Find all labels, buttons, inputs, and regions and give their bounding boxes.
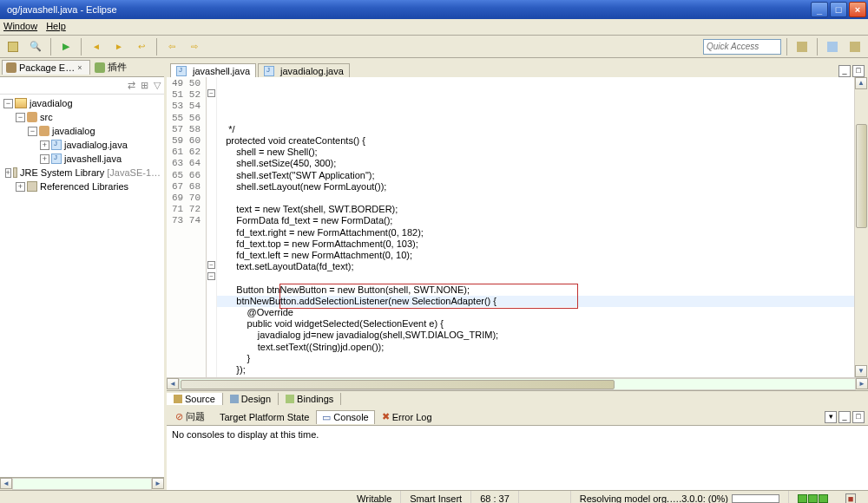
menu-help[interactable]: Help — [46, 21, 66, 33]
menu-bar: Window Help — [0, 19, 868, 36]
close-icon[interactable]: × — [77, 63, 86, 72]
tab-bindings[interactable]: Bindings — [279, 393, 341, 405]
nav-back2-button[interactable]: ⇦ — [162, 37, 181, 56]
java-file-icon — [176, 66, 187, 76]
progress-bar — [732, 494, 779, 503]
window-title: og/javashell.java - Eclipse — [7, 4, 117, 15]
minimize-view-button[interactable]: _ — [838, 411, 851, 423]
design-icon — [230, 395, 239, 403]
scroll-left-button[interactable]: ◄ — [0, 478, 12, 489]
tab-target-platform[interactable]: Target Platform State — [212, 411, 314, 423]
open-type-button[interactable] — [3, 37, 23, 56]
window-close-button[interactable]: × — [849, 2, 866, 17]
plugins-icon — [95, 62, 105, 73]
minimize-button[interactable]: _ — [811, 2, 828, 17]
editor-tab-javadialog[interactable]: javadialog.java — [258, 63, 350, 78]
menu-window[interactable]: Window — [3, 21, 37, 33]
editor-tab-javashell[interactable]: javashell.java — [170, 63, 256, 78]
fold-marker[interactable]: − — [207, 261, 215, 269]
battery-indicator — [789, 491, 837, 503]
external-tools-button[interactable]: ▶ — [56, 37, 76, 56]
source-icon — [174, 395, 182, 403]
library-icon — [27, 181, 37, 192]
stop-task-button[interactable]: ■ — [837, 491, 865, 503]
editor-bottom-tabs: Source Design Bindings — [167, 390, 868, 406]
quick-access-input[interactable] — [703, 39, 781, 55]
collapse-all-icon[interactable]: ⇄ — [128, 80, 135, 91]
nav-forward2-button[interactable]: ⇨ — [185, 37, 204, 56]
tree-file-javashell[interactable]: javashell.java — [64, 154, 122, 164]
nav-back-button[interactable]: ◄ — [87, 37, 106, 56]
sourcefolder-icon — [27, 112, 37, 122]
scroll-down-button[interactable]: ▼ — [855, 365, 867, 377]
tab-error-log[interactable]: ✖Error Log — [377, 410, 437, 423]
scroll-thumb[interactable] — [856, 124, 867, 228]
fold-marker[interactable]: − — [207, 272, 215, 280]
twister-icon[interactable]: − — [3, 99, 13, 108]
package-icon — [39, 126, 49, 136]
package-explorer-tree[interactable]: −javadialog −src −javadialog +javadialog… — [0, 95, 164, 477]
jre-library-icon — [13, 167, 17, 178]
nav-last-edit-button[interactable]: ↩ — [132, 37, 151, 56]
scroll-left-button[interactable]: ◄ — [167, 378, 179, 389]
package-explorer-toolbar: ⇄ ⊞ ▽ — [0, 77, 164, 95]
package-explorer-view: Package E… × 插件 ⇄ ⊞ ▽ −javadialog −src −… — [0, 58, 167, 490]
editor-horizontal-scrollbar[interactable]: ◄ ► — [167, 377, 868, 390]
maximize-view-button[interactable]: □ — [852, 65, 865, 77]
tree-reflib[interactable]: Referenced Libraries — [40, 181, 128, 192]
view-menu-icon[interactable]: ▽ — [154, 80, 161, 91]
perspective-button-2[interactable] — [823, 37, 842, 56]
line-number-gutter: 49 50 51 52 53 54 55 56 57 58 59 60 61 6… — [167, 77, 207, 377]
java-file-icon — [51, 154, 62, 164]
tab-problems[interactable]: ⊘问题 — [170, 409, 210, 424]
package-explorer-icon — [6, 62, 16, 73]
tree-package[interactable]: javadialog — [52, 126, 95, 136]
status-task: Resolving model org.….3.0.0: (0%) — [571, 491, 789, 503]
tree-src[interactable]: src — [40, 112, 53, 122]
scroll-right-button[interactable]: ► — [856, 378, 868, 389]
tree-project[interactable]: javadialog — [30, 98, 73, 108]
project-icon — [15, 98, 27, 108]
horizontal-scrollbar[interactable]: ◄ ► — [0, 477, 164, 490]
maximize-view-button[interactable]: □ — [852, 411, 865, 423]
search-button[interactable]: 🔍 — [26, 37, 45, 56]
fold-marker[interactable]: − — [207, 89, 215, 97]
minimize-view-button[interactable]: _ — [838, 65, 851, 77]
tree-jre[interactable]: JRE System Library — [20, 167, 104, 178]
console-menu-button[interactable]: ▾ — [825, 411, 837, 423]
tab-design[interactable]: Design — [223, 393, 279, 405]
tab-package-explorer[interactable]: Package E… × — [2, 60, 90, 75]
java-file-icon — [264, 66, 274, 76]
bindings-icon — [286, 395, 294, 403]
code-editor[interactable]: 49 50 51 52 53 54 55 56 57 58 59 60 61 6… — [167, 77, 868, 377]
main-toolbar: 🔍 ▶ ◄ ► ↩ ⇦ ⇨ — [0, 36, 868, 58]
tab-source[interactable]: Source — [167, 393, 223, 405]
status-insert-mode: Smart Insert — [401, 491, 471, 503]
tree-file-javadialog[interactable]: javadialog.java — [64, 140, 128, 150]
maximize-button[interactable]: □ — [830, 2, 847, 17]
hscroll-thumb[interactable] — [181, 380, 615, 389]
tab-console[interactable]: ▭Console — [316, 410, 374, 424]
bottom-panel: ⊘问题 Target Platform State ▭Console ✖Erro… — [167, 406, 868, 490]
scroll-up-button[interactable]: ▲ — [855, 77, 867, 89]
link-editor-icon[interactable]: ⊞ — [141, 80, 148, 91]
nav-forward-button[interactable]: ► — [109, 37, 128, 56]
status-cursor-position: 68 : 37 — [471, 491, 519, 503]
perspective-button-3[interactable] — [845, 37, 865, 56]
status-bar: Writable Smart Insert 68 : 37 Resolving … — [0, 490, 868, 503]
window-titlebar: og/javashell.java - Eclipse _ □ × — [0, 0, 868, 19]
status-writable: Writable — [348, 491, 401, 503]
perspective-button-1[interactable] — [792, 37, 812, 56]
java-file-icon — [51, 140, 62, 150]
scroll-right-button[interactable]: ► — [152, 478, 164, 489]
vertical-scrollbar[interactable]: ▲ ▼ — [854, 77, 868, 377]
tab-plugins[interactable]: 插件 — [91, 59, 130, 75]
editor-tab-bar: javashell.java javadialog.java _ □ — [167, 58, 868, 77]
folding-column[interactable]: − − − — [207, 77, 217, 377]
console-body: No consoles to display at this time. — [167, 426, 868, 490]
